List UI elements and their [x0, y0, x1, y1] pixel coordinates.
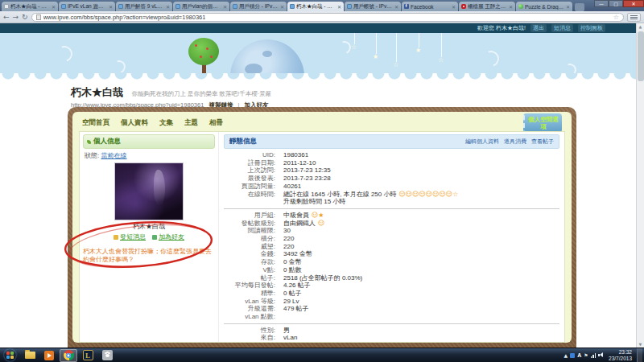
taskbar-clock[interactable]: 23:32 23/7/2013: [609, 349, 632, 362]
scrollbar-thumb[interactable]: [638, 31, 644, 81]
tab-close-icon[interactable]: ✕: [166, 4, 170, 10]
browser-tab[interactable]: 朽木★白哉 - 圖片·卡...✕: [2, 2, 58, 11]
media-player-icon: [44, 351, 54, 360]
network-icon[interactable]: [591, 353, 597, 358]
tab-title: 朽木★白哉 - Powere...: [296, 3, 336, 10]
logout-link[interactable]: 退出: [530, 24, 547, 32]
taskbar-game-paw-button[interactable]: [98, 349, 116, 362]
ime-indicator-icon[interactable]: A: [577, 352, 581, 358]
add-friend-sidebar-link[interactable]: 加為好友: [152, 232, 184, 241]
forward-icon[interactable]: →: [13, 14, 19, 21]
page-scrollbar[interactable]: ▲ ▼: [636, 23, 644, 348]
action-center-flag-icon[interactable]: ⚑: [584, 352, 588, 358]
tab-title: 用戶積分 - IPvE vLan...: [239, 3, 279, 10]
hanging-star-ornament: ☆: [441, 33, 442, 57]
send-message-link[interactable]: 發短消息: [114, 232, 146, 241]
table-row: UID:1980361: [224, 151, 559, 159]
taskbar-explorer-button[interactable]: [21, 349, 39, 362]
system-tray: ▲ A ⚑ 23:32 23/7/2013: [564, 348, 644, 362]
hidden-icons-chevron[interactable]: ▲: [564, 352, 568, 358]
browser-tab-active[interactable]: 朽木★白哉 - Powere...✕: [287, 2, 344, 11]
paw-game-icon: [102, 350, 113, 360]
table-row: 平均每日發帖:4.26 帖子: [224, 282, 559, 290]
profile-main: 靜態信息 編輯個人資料 道具消費 查看帖子 UID:1980361 註冊日期:2…: [218, 132, 564, 342]
nav-collections[interactable]: 文集: [159, 118, 173, 128]
table-row: 最後發表:2013-7-23 23:28: [224, 175, 559, 183]
youtube-favicon: [461, 4, 466, 9]
space-options-button[interactable]: 個人空間選項: [523, 113, 562, 133]
refresh-icon[interactable]: ↻: [22, 14, 28, 21]
nav-profile[interactable]: 個人資料: [121, 118, 148, 128]
tab-close-icon[interactable]: ✕: [566, 4, 570, 10]
tab-close-icon[interactable]: ✕: [280, 4, 284, 10]
maximize-button[interactable]: ▢: [609, 0, 623, 7]
browser-tab[interactable]: Facebook✕: [402, 2, 458, 11]
browser-tab[interactable]: Puzzle & Dragons W...✕: [516, 2, 572, 11]
browser-tab[interactable]: 用戶解答 9 vLan - IPv...✕: [116, 2, 172, 11]
facebook-favicon: [404, 4, 409, 9]
back-icon[interactable]: ←: [3, 14, 10, 21]
taskbar-chrome-button[interactable]: [60, 349, 77, 362]
tab-close-icon[interactable]: ✕: [452, 4, 456, 10]
game-l-icon: L: [83, 350, 93, 360]
wave-border: [0, 73, 644, 83]
tray-app-icon[interactable]: [570, 353, 575, 358]
bookmark-star-icon[interactable]: ☆: [613, 14, 619, 21]
tab-close-icon[interactable]: ✕: [223, 4, 227, 10]
props-link[interactable]: 道具消費: [504, 138, 526, 146]
status-label: 狀態:: [85, 152, 99, 159]
tab-close-icon[interactable]: ✕: [394, 4, 398, 10]
nav-albums[interactable]: 相冊: [209, 118, 223, 128]
tab-close-icon[interactable]: ✕: [337, 4, 341, 10]
show-desktop-button[interactable]: [637, 348, 642, 362]
tab-title: IPvE vLan 遊戲平台(第...: [68, 3, 107, 10]
minimize-button[interactable]: —: [594, 0, 609, 7]
control-panel-link[interactable]: 控制面板: [578, 24, 605, 32]
tab-close-icon[interactable]: ✕: [509, 4, 513, 10]
volume-icon[interactable]: [598, 352, 604, 358]
hanging-star-ornament: ☆: [396, 33, 397, 62]
pad-favicon: [518, 4, 523, 9]
tab-close-icon[interactable]: ✕: [52, 4, 56, 10]
hanging-star-ornament: ☆: [354, 33, 355, 44]
taskbar-media-player-button[interactable]: [40, 349, 58, 362]
chrome-menu-icon[interactable]: [627, 13, 641, 22]
table-row: 積分:220: [224, 235, 559, 243]
table-row: 存款:0 金幣: [224, 258, 559, 266]
table-row: 註冊日期:2011-12-10: [224, 159, 559, 167]
browser-tab[interactable]: 用戶vlan的個人資料...✕: [173, 2, 229, 11]
nav-space-home[interactable]: 空間首頁: [82, 118, 109, 128]
sidebar-title: 個人信息: [93, 137, 121, 146]
new-tab-button[interactable]: [575, 3, 584, 11]
taskbar-game-l-button[interactable]: L: [79, 349, 97, 362]
messages-link[interactable]: 短消息: [551, 24, 573, 32]
address-bar[interactable]: www.ipve.com/bbs/space.php?action=viewpr…: [31, 13, 624, 22]
tab-favicon: [4, 4, 9, 9]
hanging-star-ornament: ★: [419, 33, 419, 47]
screen: 朽木★白哉 - 圖片·卡...✕ IPvE vLan 遊戲平台(第...✕ 用戶…: [0, 0, 644, 362]
edit-profile-link[interactable]: 編輯個人資料: [465, 138, 499, 146]
browser-tab[interactable]: 用戶積分 - IPvE vLan...✕: [230, 2, 287, 11]
tab-close-icon[interactable]: ✕: [109, 4, 113, 10]
table-row: 升級還需:479 帖子: [224, 305, 559, 313]
table-row: vLan 點數:: [224, 313, 559, 321]
tab-title: Facebook: [411, 4, 450, 10]
browser-tab[interactable]: 用戶帳號 - IPvE vLan...✕: [345, 2, 401, 11]
profile-username: 朽木★白哉: [71, 86, 123, 98]
tree-foliage: [188, 38, 219, 65]
close-button[interactable]: ✕: [623, 0, 644, 7]
tab-title: 朽木★白哉 - 圖片·卡...: [10, 3, 50, 10]
view-posts-link[interactable]: 查看帖子: [531, 138, 554, 146]
tab-title: 用戶帳號 - IPvE vLan...: [353, 3, 393, 10]
site-banner: ☆ ★ ☆ ★ ☆: [0, 33, 644, 83]
scroll-up-icon[interactable]: ▲: [637, 23, 644, 30]
browser-tab[interactable]: 楊檔麗 王靜之 - 王靜...✕: [459, 2, 515, 11]
profile-sidebar: 個人信息 狀態: 當前在線 朽木★白哉 發短消息 加為好友 朽木大人也會替我打扮…: [80, 132, 218, 342]
status-online-link[interactable]: 當前在線: [101, 152, 126, 159]
url-text[interactable]: www.ipve.com/bbs/space.php?action=viewpr…: [43, 14, 206, 21]
nav-threads[interactable]: 主題: [184, 118, 198, 128]
start-button[interactable]: [4, 349, 16, 361]
main-title: 靜態信息: [229, 137, 257, 146]
browser-tab[interactable]: IPvE vLan 遊戲平台(第...✕: [59, 2, 115, 11]
scroll-down-icon[interactable]: ▼: [637, 341, 644, 348]
